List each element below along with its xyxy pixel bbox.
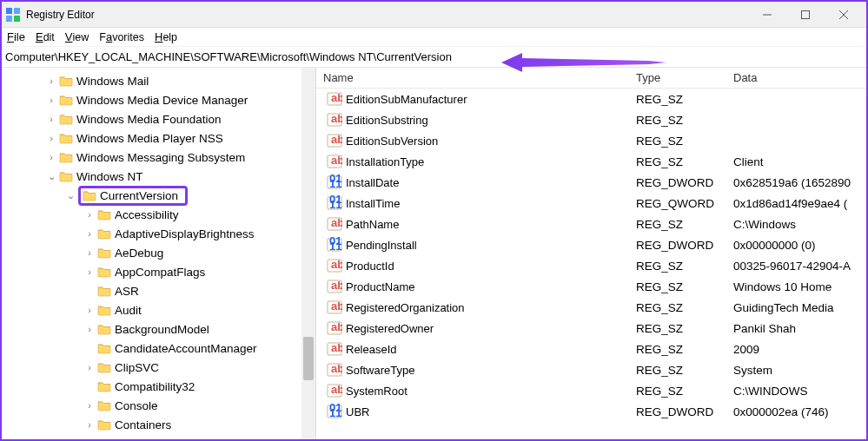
tree-item[interactable]: ›AdaptiveDisplayBrightness	[2, 224, 315, 243]
value-row[interactable]: abReleaseIdREG_SZ2009	[316, 339, 866, 359]
tree-item[interactable]: ›Console	[2, 396, 315, 415]
expand-toggle-icon[interactable]: ⌄	[64, 190, 76, 201]
reg-string-icon: ab	[327, 299, 342, 315]
expand-toggle-icon[interactable]: ›	[45, 152, 57, 162]
tree-scrollbar[interactable]	[301, 68, 315, 439]
expand-toggle-icon[interactable]: ›	[45, 76, 57, 86]
folder-icon	[97, 342, 111, 354]
expand-toggle-icon[interactable]: ›	[83, 247, 96, 258]
address-input[interactable]	[5, 50, 863, 63]
tree-item[interactable]: ›Windows Mail	[2, 71, 315, 90]
value-row[interactable]: 011110UBRREG_DWORD0x000002ea (746)	[316, 401, 866, 422]
value-row[interactable]: abProductNameREG_SZWindows 10 Home	[316, 276, 866, 297]
value-type: REG_SZ	[629, 135, 726, 148]
expand-toggle-icon[interactable]: ›	[83, 362, 96, 372]
tree-item-label: Compatibility32	[115, 380, 195, 393]
value-row[interactable]: abProductIdREG_SZ00325-96017-42904-A	[316, 255, 866, 276]
tree-item[interactable]: ⌄Windows NT	[2, 167, 315, 186]
value-type: REG_SZ	[629, 385, 726, 398]
menu-help[interactable]: Help	[155, 30, 177, 43]
value-name: UBR	[346, 405, 369, 418]
expand-toggle-icon[interactable]: ›	[83, 228, 96, 239]
menu-file[interactable]: File	[7, 30, 25, 43]
value-data: 0x628519a6 (1652890	[726, 176, 866, 189]
tree-item[interactable]: ›Windows Messaging Subsystem	[2, 148, 315, 167]
close-button[interactable]	[825, 3, 863, 27]
reg-string-icon: ab	[327, 383, 342, 398]
tree-item[interactable]: ⌄CurrentVersion	[2, 186, 315, 205]
tree-item-label: AppCompatFlags	[115, 266, 205, 279]
value-row[interactable]: abRegisteredOrganizationREG_SZGuidingTec…	[316, 297, 866, 318]
expand-toggle-icon[interactable]: ›	[83, 324, 96, 334]
tree-item[interactable]: ASR	[2, 281, 315, 300]
expand-toggle-icon[interactable]: ›	[45, 133, 57, 143]
maximize-button[interactable]	[786, 3, 825, 27]
value-type: REG_SZ	[629, 260, 726, 273]
value-row[interactable]: abEditionSubManufacturerREG_SZ	[316, 89, 866, 109]
tree-item[interactable]: CandidateAccountManager	[2, 339, 315, 358]
menu-edit[interactable]: Edit	[36, 30, 55, 43]
tree-item[interactable]: ›AppCompatFlags	[2, 262, 315, 281]
expand-toggle-icon[interactable]: ›	[45, 114, 57, 124]
reg-binary-icon: 011110	[327, 174, 342, 190]
value-row[interactable]: abSoftwareTypeREG_SZSystem	[316, 359, 866, 380]
tree-item[interactable]: ›Windows Media Device Manager	[2, 90, 315, 109]
tree-item[interactable]: ›Audit	[2, 300, 315, 319]
value-data: 00325-96017-42904-A	[726, 260, 866, 273]
value-row[interactable]: abRegisteredOwnerREG_SZPankil Shah	[316, 318, 866, 339]
value-data: Pankil Shah	[726, 322, 866, 335]
col-header-data[interactable]: Data	[726, 71, 866, 84]
value-name: PathName	[346, 218, 399, 231]
value-row[interactable]: 011110InstallTimeREG_QWORD0x1d86ad14f9e9…	[316, 193, 866, 214]
folder-icon	[59, 75, 73, 87]
value-name: InstallationType	[346, 155, 424, 168]
tree-item-label: Console	[115, 399, 158, 412]
value-type: REG_SZ	[629, 280, 726, 293]
value-row[interactable]: abSystemRootREG_SZC:\WINDOWS	[316, 380, 866, 401]
expand-toggle-icon[interactable]: ›	[83, 267, 96, 277]
tree-panel: ›Windows Mail›Windows Media Device Manag…	[2, 68, 316, 439]
tree-item[interactable]: ›BackgroundModel	[2, 319, 315, 339]
value-row[interactable]: abEditionSubVersionREG_SZ	[316, 130, 866, 151]
value-name: ReleaseId	[346, 343, 397, 356]
scrollbar-thumb[interactable]	[303, 337, 314, 380]
tree-item[interactable]: ›AeDebug	[2, 243, 315, 262]
value-row[interactable]: 011110PendingInstallREG_DWORD0x00000000 …	[316, 234, 866, 255]
expand-toggle-icon[interactable]: ›	[83, 400, 96, 411]
expand-toggle-icon[interactable]: ›	[83, 305, 96, 315]
tree-item[interactable]: ›Windows Media Foundation	[2, 109, 315, 128]
tree-item[interactable]: ›Containers	[2, 415, 315, 434]
col-header-name[interactable]: Name	[316, 71, 629, 84]
tree-item[interactable]: ›Windows Media Player NSS	[2, 128, 315, 148]
tree-item[interactable]: ›Accessibility	[2, 205, 315, 224]
value-data: System	[726, 364, 866, 377]
value-type: REG_SZ	[629, 343, 726, 356]
svg-text:ab: ab	[331, 383, 342, 396]
reg-binary-icon: 011110	[327, 195, 342, 211]
svg-text:ab: ab	[331, 362, 342, 375]
value-row[interactable]: abInstallationTypeREG_SZClient	[316, 151, 866, 172]
expand-toggle-icon[interactable]: ›	[45, 95, 57, 105]
menu-favorites[interactable]: Favorites	[99, 30, 144, 43]
tree-item[interactable]: ›ClipSVC	[2, 358, 315, 377]
tree-item-label: ASR	[115, 285, 139, 298]
value-name: EditionSubManufacturer	[346, 93, 467, 106]
expand-toggle-icon[interactable]: ›	[83, 419, 96, 430]
value-name: ProductId	[346, 260, 394, 273]
reg-string-icon: ab	[327, 112, 342, 128]
value-row[interactable]: abPathNameREG_SZC:\Windows	[316, 214, 866, 234]
value-row[interactable]: abEditionSubstringREG_SZ	[316, 109, 866, 130]
col-header-type[interactable]: Type	[629, 71, 726, 84]
value-name: SoftwareType	[346, 364, 415, 377]
reg-string-icon: ab	[327, 133, 342, 148]
expand-toggle-icon[interactable]: ›	[83, 209, 96, 220]
minimize-button[interactable]	[748, 3, 786, 27]
tree-item[interactable]: Compatibility32	[2, 377, 315, 396]
folder-icon	[97, 399, 111, 411]
menu-view[interactable]: View	[65, 30, 89, 43]
value-row[interactable]: 011110InstallDateREG_DWORD0x628519a6 (16…	[316, 172, 866, 193]
expand-toggle-icon[interactable]: ⌄	[45, 171, 57, 182]
value-name: EditionSubstring	[346, 114, 428, 127]
menubar: File Edit View Favorites Help	[2, 28, 866, 47]
tree-item-label: Windows Media Device Manager	[76, 94, 248, 107]
